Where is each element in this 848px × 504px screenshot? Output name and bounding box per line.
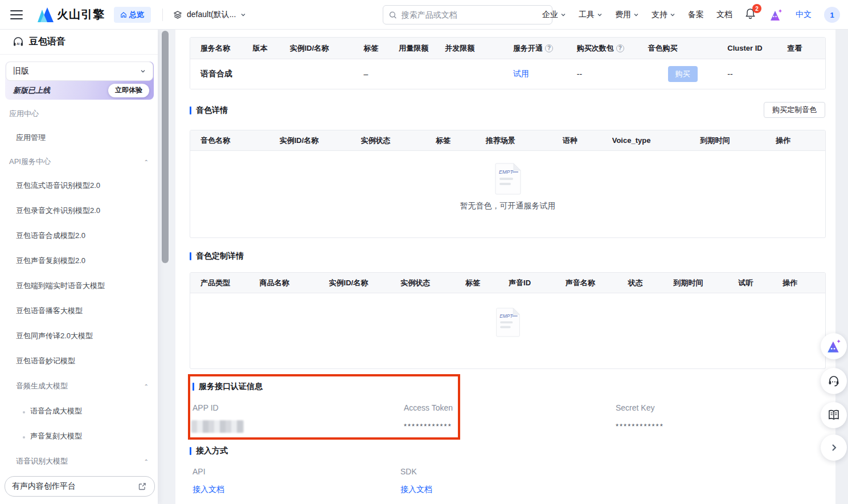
secret-key-label: Secret Key: [616, 403, 654, 412]
sdk-doc-link[interactable]: 接入文档: [400, 485, 432, 495]
ai-assistant-icon[interactable]: [768, 8, 783, 22]
help-icon[interactable]: ?: [545, 44, 553, 52]
search-input[interactable]: [402, 10, 546, 19]
access-token-value: ************: [404, 422, 452, 431]
sidebar-item-file-asr-2[interactable]: 豆包录音文件识别模型2.0: [0, 198, 158, 223]
col-expire-time: 到期时间: [700, 136, 776, 146]
col-tag: 标签: [436, 136, 486, 146]
page-scrollbar-track: [835, 30, 848, 504]
buy-custom-voice-button[interactable]: 购买定制音色: [764, 102, 825, 118]
sidebar-item-podcast-model[interactable]: 豆包语音播客大模型: [0, 298, 158, 323]
trial-link[interactable]: 试用: [513, 69, 529, 78]
sidebar-item-app-management[interactable]: 应用管理: [0, 125, 158, 150]
col-recommended-scene: 推荐场景: [486, 136, 563, 146]
ai-assistant-fab[interactable]: [821, 333, 847, 359]
audio-creation-platform-link[interactable]: 有声内容创作平台: [5, 476, 155, 497]
sidebar-item-e2e-realtime-voice[interactable]: 豆包端到端实时语音大模型: [0, 273, 158, 298]
workspace-name: default(默认...: [187, 10, 236, 20]
voice-custom-title: 音色定制详情: [190, 251, 244, 261]
app-id-label: APP ID: [192, 403, 219, 412]
notifications-button[interactable]: 2: [745, 8, 756, 22]
empty-document-icon: EMPT: [494, 307, 522, 338]
voice-ai-headset-icon: AI: [13, 36, 24, 48]
sidebar-item-tts-large-model[interactable]: 语音合成大模型: [0, 399, 158, 424]
user-avatar[interactable]: 1: [824, 7, 840, 23]
customer-support-fab[interactable]: [821, 368, 847, 394]
version-banner: 旧版 新版已上线 立即体验: [5, 62, 154, 100]
section-app-center: 应用中心: [0, 103, 158, 125]
col-cluster-id: Cluster ID: [727, 44, 787, 52]
nav-support[interactable]: 支持: [652, 10, 675, 20]
col-status: 状态: [628, 278, 674, 288]
sidebar-item-simul-interpretation[interactable]: 豆包同声传译2.0大模型: [0, 323, 158, 349]
buy-voice-button[interactable]: 购买: [668, 66, 698, 82]
sidebar-item-tts-2[interactable]: 豆包语音合成模型2.0: [0, 223, 158, 248]
documentation-fab[interactable]: [821, 402, 847, 428]
voice-detail-title: 音色详情: [190, 105, 228, 116]
chevron-down-icon: [633, 12, 639, 18]
table-row: 语音合成 – 试用 -- 购买 --: [190, 59, 825, 89]
empty-state: EMPT 暂无音色，可开通服务试用: [190, 162, 825, 211]
svg-text:AI: AI: [17, 42, 20, 46]
workspace-selector[interactable]: default(默认...: [173, 10, 246, 20]
help-icon[interactable]: ?: [616, 44, 624, 52]
volcengine-logo[interactable]: 火山引擎: [36, 7, 105, 22]
sidebar-item-clone-large-model[interactable]: 声音复刻大模型: [0, 424, 158, 449]
empty-document-icon: EMPT: [493, 162, 523, 195]
chevron-down-icon: [560, 12, 566, 18]
col-voice-type: Voice_type: [612, 136, 700, 145]
mountain-logo-icon: [36, 7, 54, 22]
group-asr-large-model[interactable]: 语音识别大模型⌃: [0, 449, 158, 474]
app-id-value-redacted: [191, 420, 244, 433]
group-audio-generation[interactable]: 音频生成大模型⌃: [0, 374, 158, 399]
auth-info-title: 服务接口认证信息: [192, 382, 263, 392]
try-now-button[interactable]: 立即体验: [108, 84, 149, 97]
search-box[interactable]: [383, 5, 552, 24]
api-doc-link[interactable]: 接入文档: [192, 485, 224, 495]
col-voice-id: 声音ID: [509, 278, 566, 288]
sidebar-item-voice-notes[interactable]: 豆包语音妙记模型: [0, 349, 158, 374]
col-audition: 试听: [738, 278, 783, 288]
product-title-row: AI 豆包语音: [0, 30, 158, 55]
cell-package: --: [577, 69, 648, 79]
cell-service-name: 语音合成: [190, 69, 253, 79]
overview-button[interactable]: 总览: [114, 7, 151, 23]
nav-billing[interactable]: 费用: [615, 10, 639, 20]
chevron-down-icon: [597, 12, 603, 18]
sidebar-item-streaming-asr-2[interactable]: 豆包流式语音识别模型2.0: [0, 173, 158, 198]
chevron-up-icon: ⌃: [144, 458, 149, 465]
col-goods-name: 商品名称: [260, 278, 329, 288]
nav-enterprise[interactable]: 企业: [542, 10, 566, 20]
sidebar-item-voice-clone-2[interactable]: 豆包声音复刻模型2.0: [0, 248, 158, 273]
content-scrollbar-thumb[interactable]: [162, 31, 169, 263]
hamburger-menu-icon[interactable]: [10, 10, 23, 19]
cell-cluster-id: --: [727, 69, 787, 79]
search-icon: [389, 11, 397, 19]
col-tag: 标签: [465, 278, 509, 288]
ai-mountain-icon: [826, 339, 842, 354]
col-instance-id: 实例ID/名称: [329, 278, 401, 288]
open-book-icon: [827, 408, 841, 422]
chevron-down-icon: [240, 12, 246, 18]
col-instance-id: 实例ID/名称: [280, 136, 361, 146]
nav-beian[interactable]: 备案: [688, 10, 704, 20]
nav-tools[interactable]: 工具: [579, 10, 603, 20]
collapse-panel-fab[interactable]: [821, 435, 847, 461]
col-product-type: 产品类型: [190, 278, 260, 288]
empty-state: EMPT: [190, 307, 825, 338]
language-switch[interactable]: 中文: [796, 10, 812, 20]
col-expire-time: 到期时间: [673, 278, 738, 288]
voice-custom-table: 产品类型 商品名称 实例ID/名称 实例状态 标签 声音ID 声音名称 状态 到…: [190, 272, 826, 369]
main-content: 服务名称 版本 实例ID/名称 标签 用量限额 并发限额 服务开通? 购买次数包…: [175, 30, 848, 504]
sdk-label: SDK: [400, 467, 417, 476]
svg-text:EMPT: EMPT: [499, 169, 514, 175]
col-voice-name: 音色名称: [190, 136, 280, 146]
chevron-up-icon: ⌃: [144, 159, 149, 165]
chevron-down-icon: [140, 68, 146, 74]
version-select[interactable]: 旧版: [6, 62, 153, 81]
layers-icon: [173, 10, 182, 19]
col-version: 版本: [253, 43, 290, 54]
section-api-service-center[interactable]: API服务中心⌃: [0, 150, 158, 173]
chevron-down-icon: [670, 12, 675, 18]
nav-docs[interactable]: 文档: [716, 10, 732, 20]
